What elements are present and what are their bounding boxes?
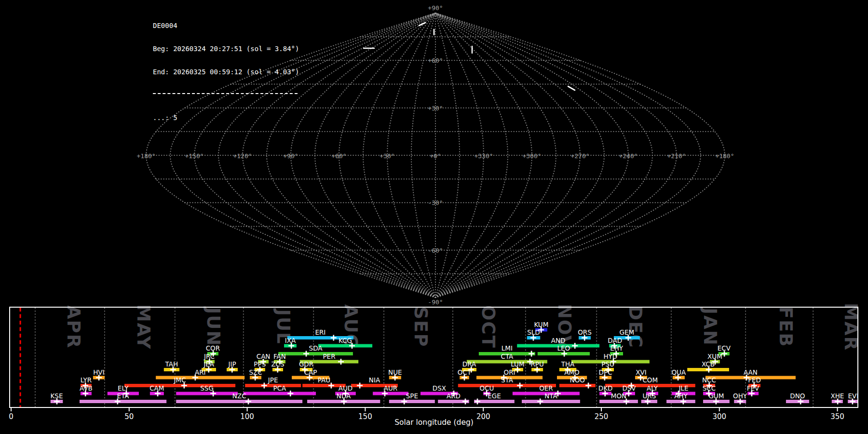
shower-label: SSG (200, 384, 214, 392)
shower-peak-marker (287, 391, 293, 396)
longitude-label: +240° (619, 152, 637, 160)
shower-label: ERI (315, 328, 326, 336)
shower-bar (124, 384, 235, 387)
shower-label: QUA (671, 368, 686, 376)
shower-label: GEM (620, 328, 635, 336)
longitude-label: +180° (715, 152, 734, 160)
shower-bar (278, 352, 353, 355)
shower-label: GDR (299, 360, 313, 368)
axis-tick-label: 0 (9, 412, 14, 421)
axis-tick-label: 350 (830, 412, 844, 421)
shower-bar (318, 344, 372, 348)
shower-label: LMI (502, 344, 513, 352)
shower-label: AUR (384, 384, 398, 392)
session-info: DE0004 Beg: 20260324 20:27:51 (sol = 3.8… (153, 6, 299, 129)
axis-tick-label: 300 (712, 412, 726, 421)
shower-peak-marker (338, 359, 344, 365)
shower-label: PAU (318, 376, 330, 384)
shower-label: URS (642, 392, 656, 400)
dashed-separator (153, 93, 298, 94)
shower-label: ARI (195, 368, 206, 376)
shower-bar (244, 392, 316, 395)
latitude-label: +60° (428, 57, 443, 64)
shower-peak-marker (537, 399, 543, 405)
shower-peak-marker (303, 351, 309, 357)
shower-label: ORI (504, 368, 515, 376)
shower-label: DSX (433, 384, 446, 392)
longitude-label: +150° (185, 152, 203, 160)
shower-bar (389, 400, 435, 403)
shower-label: AHY (674, 392, 688, 400)
longitude-label: +90° (283, 152, 298, 160)
shower-label: MON (611, 392, 626, 400)
shower-bar (522, 400, 580, 403)
longitude-label: +180° (137, 152, 156, 160)
shower-label: AND (551, 337, 566, 344)
shower-label: ARD (447, 392, 461, 400)
meteor-count: ...: 5 (153, 114, 299, 122)
shower-label: AMO (564, 368, 580, 376)
shower-label: STA (501, 376, 514, 384)
shower-bar (599, 400, 638, 403)
shower-bar (156, 376, 244, 380)
shower-label: COM (642, 376, 658, 384)
shower-label: JPE (268, 376, 278, 384)
month-label: JAN (700, 306, 720, 346)
month-label: APR (63, 305, 84, 349)
latitude-label: -30° (428, 199, 443, 206)
meteor-track (568, 86, 575, 90)
shower-bar (176, 400, 302, 403)
shower-label: JLE (678, 384, 688, 392)
shower-label: OER (539, 384, 553, 392)
shower-label: NIA (369, 376, 380, 384)
month-label: SEP (410, 306, 431, 347)
axis-tick-label: 100 (240, 412, 254, 421)
shower-label: SPE (406, 392, 418, 400)
longitude-label: +60° (331, 152, 346, 160)
latitude-label: -60° (428, 247, 443, 254)
shower-bar (176, 392, 238, 395)
month-label: OCT (478, 305, 499, 349)
longitude-label: +0° (430, 152, 441, 160)
session-end-time: End: 20260325 00:59:12 (sol = 4.03°) (153, 68, 299, 76)
shower-label: IXA (285, 337, 296, 344)
plot-canvas: +180°+150°+120°+90°+60°+30°+0°+330°+300°… (0, 0, 868, 434)
shower-label: DNO (790, 392, 805, 400)
shower-bar (373, 392, 408, 395)
activity-timeline: APRMAYJUNJULAUGSEPOCTNOVDECJANFEBMARKUME… (9, 303, 861, 427)
shower-label: CAP (304, 368, 317, 376)
shower-peak-marker (517, 383, 523, 389)
shower-label: NTA (544, 392, 557, 400)
month-label: DEC (625, 305, 646, 348)
shower-bar (786, 400, 809, 403)
shower-peak-marker (585, 383, 591, 389)
longitude-label: +120° (233, 152, 252, 160)
longitude-label: +210° (667, 152, 686, 160)
month-label: FEB (775, 307, 796, 348)
axis-tick-label: 200 (476, 412, 490, 421)
longitude-label: +30° (380, 152, 394, 160)
shower-label: CAM (149, 384, 164, 392)
shower-label: ETA (117, 392, 130, 400)
shower-peak-marker (245, 399, 251, 405)
month-label: JUN (203, 306, 224, 347)
shower-label: EGE (488, 392, 501, 400)
shower-label: AAN (744, 368, 758, 376)
shower-label: SDA (309, 344, 323, 352)
shower-peak-marker (331, 335, 337, 341)
shower-peak-marker (261, 383, 267, 389)
shower-bar (80, 400, 166, 403)
shower-bars: KUMERISLDORSGEMIXAKCGANDDADCORSDALMILEOE… (51, 321, 859, 405)
shower-label: EVI (848, 392, 859, 400)
shower-peak-marker (462, 399, 468, 405)
shower-label: KCG (339, 337, 352, 344)
axis-tick-label: 150 (358, 412, 372, 421)
shower-peak-marker (357, 383, 363, 389)
shower-peak-marker (529, 351, 534, 357)
longitude-label: +330° (474, 152, 493, 160)
shower-label: TAH (165, 360, 178, 368)
shower-label: PER (323, 353, 335, 360)
longitude-label: +270° (570, 152, 589, 160)
shower-label: NOO (570, 376, 585, 384)
shower-label: FEV (747, 384, 760, 392)
